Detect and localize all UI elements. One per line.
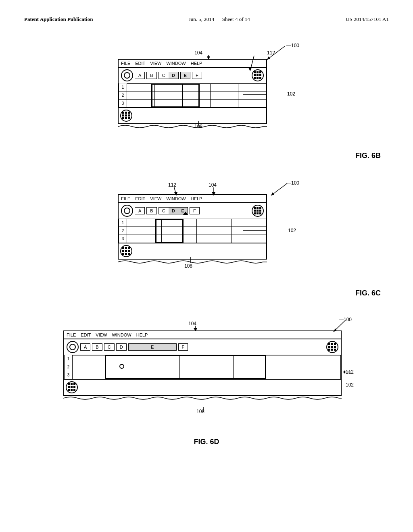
tab-f-6c[interactable]: F xyxy=(190,207,200,214)
menu-bar-6c: FILE EDIT VIEW WINDOW HELP xyxy=(119,195,266,203)
mockup-6b: FILE EDIT VIEW WINDOW HELP A B xyxy=(118,59,275,129)
grid-btn-bottom-6b[interactable] xyxy=(120,110,132,122)
menu-bar-6b: FILE EDIT VIEW WINDOW HELP xyxy=(119,60,266,68)
tab-a-6d[interactable]: A xyxy=(80,343,90,351)
tab-e-6b[interactable]: E xyxy=(180,72,190,79)
toolbar-6b: A B C D E F xyxy=(119,68,266,83)
ref112-6d: 112 xyxy=(346,369,354,375)
menu-edit-6c[interactable]: EDIT xyxy=(135,196,145,201)
ref108-6d: 108 xyxy=(196,409,204,414)
header-publication-label: Patent Application Publication xyxy=(24,16,93,23)
grid-btn-bottom-6d[interactable] xyxy=(66,381,78,393)
mockup-6d: FILE EDIT VIEW WINDOW HELP A B C xyxy=(63,330,346,401)
figure-6b: —100 104 112 FILE EDIT VIEW WINDOW HELP xyxy=(24,39,389,160)
row-num-1-6b: 1 xyxy=(119,83,127,91)
tab-c-6c[interactable]: C xyxy=(159,207,169,214)
tab-a-6b[interactable]: A xyxy=(135,72,145,79)
fig-label-6c: FIG. 6C xyxy=(355,289,381,297)
row-num-2-6d: 2 xyxy=(64,363,72,371)
circle-btn-6d[interactable] xyxy=(67,341,79,353)
tab-d-6b[interactable]: D xyxy=(169,72,179,79)
toolbar-6d: A B C D E F xyxy=(64,339,341,355)
menu-bar-6d: FILE EDIT VIEW WINDOW HELP xyxy=(64,331,341,339)
tab-f-6b[interactable]: F xyxy=(192,72,202,79)
wavy-bottom-6b xyxy=(118,124,267,129)
tab-e-6d[interactable]: E xyxy=(128,343,177,351)
drag-handle-6d[interactable] xyxy=(119,364,124,369)
ref112-6c: 112 xyxy=(168,182,176,188)
menu-view-6c[interactable]: VIEW xyxy=(150,196,161,201)
fig-label-6b: FIG. 6B xyxy=(355,152,381,160)
header-date: Jun. 5, 2014 Sheet 4 of 14 xyxy=(189,16,250,23)
ref108-6b: 108 xyxy=(194,124,202,129)
tab-b-6c[interactable]: B xyxy=(146,207,156,214)
row-num-2-6c: 2 xyxy=(119,227,127,235)
ref100-6b: —100 xyxy=(286,43,299,48)
ref102-6d: 102 xyxy=(346,382,354,388)
ref112-6b: 112 xyxy=(267,50,275,56)
row-num-3-6b: 3 xyxy=(119,100,127,108)
figure-6c: —100 112 104 FILE EDIT VIEW WINDOW HELP xyxy=(24,176,389,297)
row-num-1-6c: 1 xyxy=(119,219,127,227)
header-patent-number: US 2014/157101 A1 xyxy=(346,16,389,23)
tab-b-6d[interactable]: B xyxy=(92,343,102,351)
ref108-6c: 108 xyxy=(184,263,192,269)
grid-btn-bottom-6c[interactable] xyxy=(120,245,132,257)
menu-edit-6d[interactable]: EDIT xyxy=(81,332,91,337)
spreadsheet-6b: 1 2 3 xyxy=(119,83,266,108)
menu-file-6b[interactable]: FILE xyxy=(121,61,130,66)
tab-d-6d[interactable]: D xyxy=(116,343,127,351)
menu-help-6d[interactable]: HELP xyxy=(136,332,148,337)
menu-file-6c[interactable]: FILE xyxy=(121,196,130,201)
tab-c-6d[interactable]: C xyxy=(104,343,115,351)
menu-window-6d[interactable]: WINDOW xyxy=(112,332,131,337)
row-num-3-6c: 3 xyxy=(119,235,127,243)
ref100-6c: —100 xyxy=(286,180,299,186)
spreadsheet-6d: 1 2 3 xyxy=(64,355,341,379)
row-num-2-6b: 2 xyxy=(119,91,127,100)
menu-view-6b[interactable]: VIEW xyxy=(150,61,161,66)
row-num-1-6d: 1 xyxy=(64,355,72,363)
row-num-3-6d: 3 xyxy=(64,371,72,379)
grid-btn-right-6d[interactable] xyxy=(326,341,338,353)
ref104-6d: 104 xyxy=(188,321,196,326)
menu-file-6d[interactable]: FILE xyxy=(67,332,76,337)
ref102-6c: 102 xyxy=(288,228,296,233)
menu-window-6b[interactable]: WINDOW xyxy=(166,61,186,66)
menu-help-6c[interactable]: HELP xyxy=(191,196,202,201)
circle-btn-6c[interactable] xyxy=(121,205,133,217)
grid-btn-right-6b[interactable] xyxy=(252,69,264,81)
page-header: Patent Application Publication Jun. 5, 2… xyxy=(24,16,389,23)
toolbar-6c: A B C D E F xyxy=(119,203,266,219)
page: Patent Application Publication Jun. 5, 2… xyxy=(0,0,413,532)
svg-line-8 xyxy=(271,183,287,195)
tab-b-6b[interactable]: B xyxy=(146,72,156,79)
menu-help-6b[interactable]: HELP xyxy=(191,61,202,66)
tab-d-6c[interactable]: D xyxy=(169,207,178,214)
tab-f-6d[interactable]: F xyxy=(178,343,188,351)
mockup-6c: FILE EDIT VIEW WINDOW HELP A B xyxy=(118,194,275,264)
ref102-6b: 102 xyxy=(287,91,295,97)
grid-btn-right-6c[interactable] xyxy=(252,205,264,217)
ref104-6b: 104 xyxy=(194,50,202,56)
figure-6d: —100 104 FILE EDIT VIEW WINDOW HELP xyxy=(24,314,389,446)
wavy-bottom-6d xyxy=(63,396,342,401)
menu-view-6d[interactable]: VIEW xyxy=(96,332,107,337)
fig-label-6d: FIG. 6D xyxy=(194,438,219,446)
circle-btn-6b[interactable] xyxy=(121,69,133,81)
ref100-6d: —100 xyxy=(339,317,352,322)
spreadsheet-6c: 1 2 3 xyxy=(119,219,266,243)
tab-c-6b[interactable]: C xyxy=(159,72,169,79)
tab-e-6c[interactable]: E xyxy=(178,207,188,214)
tab-a-6c[interactable]: A xyxy=(135,207,145,214)
menu-window-6c[interactable]: WINDOW xyxy=(166,196,186,201)
menu-edit-6b[interactable]: EDIT xyxy=(135,61,145,66)
ref104-6c: 104 xyxy=(209,182,217,188)
